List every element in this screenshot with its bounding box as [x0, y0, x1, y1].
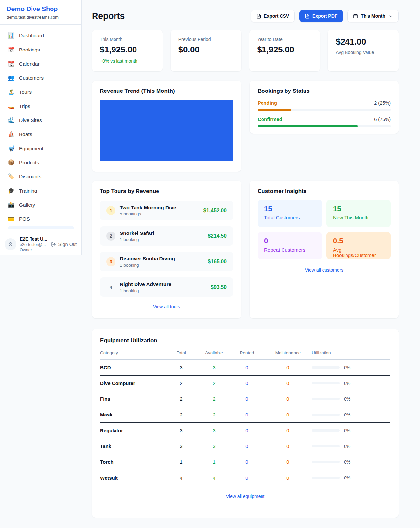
sidebar-nav: 📊 Dashboard 📅 Bookings 📆 Calendar 👥 Cust…	[0, 25, 81, 233]
utilization-bar	[312, 414, 340, 416]
revenue-trend-chart	[100, 100, 233, 161]
sidebar-item-pos[interactable]: 💳 POS	[4, 212, 77, 226]
table-row: BCD 3 3 0 0 0%	[100, 360, 390, 376]
utilization-percent: 0%	[344, 396, 350, 402]
sidebar-item-customers[interactable]: 👥 Customers	[4, 71, 77, 85]
equipment-maintenance: 0	[264, 459, 312, 465]
equipment-total: 4	[164, 475, 199, 481]
status-row-pending: Pending 2 (25%)	[258, 100, 391, 111]
file-download-icon	[305, 14, 310, 19]
equipment-rented: 0	[230, 365, 264, 370]
sidebar-item-dashboard[interactable]: 📊 Dashboard	[4, 29, 77, 43]
equipment-category: Dive Computer	[100, 380, 164, 386]
utilization-percent: 0%	[344, 412, 350, 417]
tour-row[interactable]: 3 Discover Scuba Diving 1 booking $165.0…	[100, 252, 233, 271]
sidebar-item-discounts[interactable]: 🏷️ Discounts	[4, 170, 77, 184]
insight-tiles: 15 Total Customers 15 New This Month 0 R…	[258, 200, 391, 259]
insight-label: Total Customers	[264, 215, 315, 220]
page-title: Reports	[92, 11, 125, 21]
column-header: Utilization	[312, 350, 390, 355]
tour-row[interactable]: 1 Two Tank Morning Dive 5 bookings $1,45…	[100, 201, 233, 220]
sidebar-item-training[interactable]: 🎓 Training	[4, 184, 77, 198]
equipment-maintenance: 0	[264, 475, 312, 481]
revenue-trend-card: Revenue Trend (This Month)	[92, 81, 241, 172]
status-row-confirmed: Confirmed 6 (75%)	[258, 116, 391, 127]
insight-tile-total-customers: 15 Total Customers	[258, 200, 322, 227]
insight-value: 0.5	[333, 237, 384, 245]
column-header: Maintenance	[264, 350, 312, 355]
equipment-utilization-card: Equipment Utilization Category Total Ava…	[92, 329, 399, 518]
rank-badge: 1	[106, 206, 116, 215]
insight-label: Repeat Customers	[264, 247, 315, 253]
page-header: Reports Export CSV Export PDF This Month	[92, 10, 399, 22]
export-pdf-label: Export PDF	[312, 13, 337, 19]
credit-card-icon: 💳	[8, 215, 15, 222]
period-dropdown[interactable]: This Month	[347, 10, 399, 22]
sidebar-item-boats[interactable]: ⛵ Boats	[4, 127, 77, 141]
sidebar-item-tours[interactable]: 🏝️ Tours	[4, 85, 77, 99]
file-download-icon	[256, 14, 261, 19]
tour-row[interactable]: 4 Night Dive Adventure 1 booking $93.50	[100, 277, 233, 297]
sidebar-item-label: Bookings	[19, 47, 40, 53]
equipment-category: Torch	[100, 459, 164, 465]
sign-out-button[interactable]: Sign Out	[51, 242, 77, 247]
stat-value: $1,925.00	[100, 45, 155, 55]
sidebar-item-calendar[interactable]: 📆 Calendar	[4, 57, 77, 71]
table-row: Mask 2 2 0 0 0%	[100, 407, 390, 423]
sidebar-item-products[interactable]: 📦 Products	[4, 155, 77, 170]
sidebar-item-label: Gallery	[19, 202, 35, 208]
sidebar-item-reports-partial[interactable]	[8, 226, 74, 229]
user-info: E2E Test U... e2e-tester@... Owner	[20, 236, 48, 252]
equipment-total: 3	[164, 428, 199, 433]
sidebar-item-gallery[interactable]: 📸 Gallery	[4, 198, 77, 212]
stat-card-this-month: This Month $1,925.00 +0% vs last month	[92, 30, 163, 71]
insight-tile-avg-bookings: 0.5 Avg Bookings/Customer	[326, 232, 391, 259]
table-row: Tank 3 3 0 0 0%	[100, 438, 390, 454]
equipment-category: Wetsuit	[100, 475, 164, 481]
speedboat-icon: 🚤	[8, 103, 15, 110]
insight-label: New This Month	[333, 215, 384, 220]
avatar	[5, 238, 16, 250]
shop-domain: demo.test.divestreams.com	[7, 15, 75, 20]
island-icon: 🏝️	[8, 89, 15, 95]
equipment-category: Fins	[100, 396, 164, 402]
view-all-customers-link[interactable]: View all customers	[258, 267, 391, 273]
sidebar-item-label: Dive Sites	[19, 117, 42, 123]
view-all-equipment-link[interactable]: View all equipment	[100, 494, 390, 499]
view-all-tours-link[interactable]: View all tours	[100, 304, 233, 309]
customer-insights-card: Customer Insights 15 Total Customers 15 …	[250, 181, 399, 318]
tour-name: Snorkel Safari	[120, 230, 154, 236]
sailboat-icon: ⛵	[8, 131, 15, 138]
table-header-row: Category Total Available Rented Maintena…	[100, 348, 390, 360]
sidebar-item-label: Boats	[19, 132, 32, 137]
tour-row[interactable]: 2 Snorkel Safari 1 booking $214.50	[100, 226, 233, 246]
equipment-rented: 0	[230, 459, 264, 465]
stat-value: $1,925.00	[257, 45, 312, 55]
equipment-table: Category Total Available Rented Maintena…	[100, 348, 390, 486]
export-pdf-button[interactable]: Export PDF	[299, 10, 343, 22]
export-csv-button[interactable]: Export CSV	[251, 10, 295, 22]
stat-label: Avg Booking Value	[336, 50, 391, 55]
table-row: Fins 2 2 0 0 0%	[100, 391, 390, 407]
insight-value: 15	[333, 205, 384, 213]
user-name: E2E Test U...	[20, 236, 48, 242]
sidebar-item-equipment[interactable]: 🤿 Equipment	[4, 141, 77, 155]
sidebar-item-label: Equipment	[19, 146, 43, 152]
sidebar-item-bookings[interactable]: 📅 Bookings	[4, 43, 77, 57]
customer-insights-title: Customer Insights	[258, 188, 391, 194]
utilization-percent: 0%	[344, 381, 350, 386]
utilization-percent: 0%	[344, 365, 350, 370]
stat-cards: This Month $1,925.00 +0% vs last month P…	[92, 30, 399, 71]
main-content: Reports Export CSV Export PDF This Month…	[92, 0, 399, 518]
sidebar-item-label: Tours	[19, 89, 32, 95]
equipment-total: 3	[164, 443, 199, 449]
sidebar-item-trips[interactable]: 🚤 Trips	[4, 99, 77, 113]
insight-value: 15	[264, 205, 315, 213]
utilization-bar	[312, 366, 340, 369]
equipment-total: 3	[164, 365, 199, 370]
equipment-available: 3	[199, 365, 230, 370]
tour-bookings: 1 booking	[120, 288, 171, 293]
sidebar-item-dive-sites[interactable]: 🌊 Dive Sites	[4, 113, 77, 127]
equipment-available: 2	[199, 380, 230, 386]
status-value: 6 (75%)	[374, 117, 391, 122]
